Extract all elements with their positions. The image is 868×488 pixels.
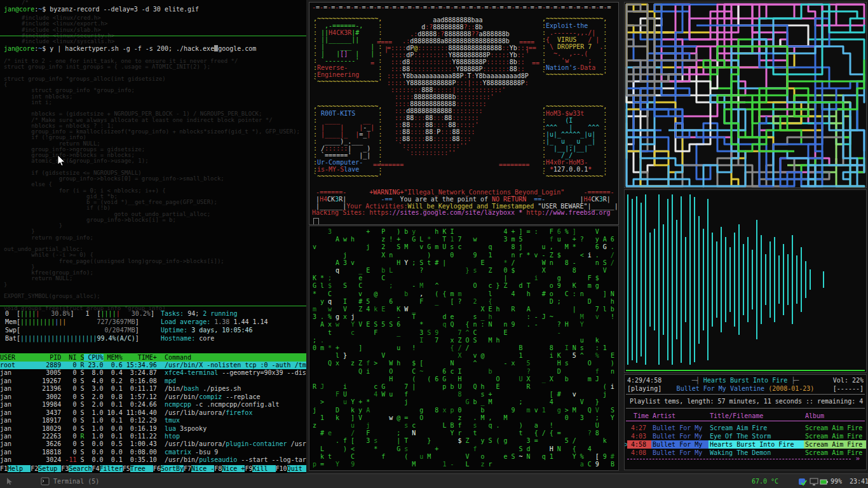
fkey-nice-[interactable]: F7Nice - bbox=[184, 465, 214, 472]
fkey-tree[interactable]: F5Tree bbox=[123, 465, 153, 472]
fkey-help[interactable]: F1Help bbox=[0, 465, 31, 472]
process-row[interactable]: jan 21396 0 S 3.0 0.1 0:11.17 /bin/bash … bbox=[0, 385, 306, 393]
process-row[interactable]: jan 3626 0 S 0.0 0.5 1:00.43 /usr/lib/au… bbox=[0, 440, 306, 448]
cpu-temperature: 67.0 °C bbox=[752, 474, 778, 488]
terminal-left-window[interactable]: /* jan@core:~$ byzanz-record --delay=3 -… bbox=[0, 0, 306, 473]
now-playing-artist-line: Bullet For My Valentine (2008-01-23) bbox=[625, 384, 866, 393]
playlist-scroll-indicator: » bbox=[627, 459, 851, 459]
fkey-search[interactable]: F3Search bbox=[61, 465, 92, 472]
fkey-filter[interactable]: F4Filter bbox=[92, 465, 123, 472]
art-box-home-sweet: ,~~~~~~~~~~~~~~~,:HoM3-$w33t :: (I ::^^^… bbox=[542, 103, 607, 180]
battery-tray-icon[interactable] bbox=[820, 474, 829, 488]
process-row[interactable]: root 2889 0 R 23.0 0.6 15:34.96 /usr/bin… bbox=[0, 362, 306, 369]
divider-magenta bbox=[626, 421, 865, 421]
cmatrix-window[interactable]: 3 + P )by hKI 4+]=: F6%] V Awh z!+ GL* T… bbox=[309, 226, 619, 471]
process-row[interactable]: jan 3002 0 S 2.0 0.8 1:57.12 /usr/bin/co… bbox=[0, 393, 306, 401]
command-hackertyper: y | hackertyper.sh -g -f -s 200; ./hack.… bbox=[50, 45, 214, 52]
shell-prompt-1: jan@core:~$ byzanz-record --delay=3 -d 3… bbox=[4, 5, 199, 13]
process-row[interactable]: jan 3437 0 S 1.0 10.4 11:04.40 /usr/lib/… bbox=[0, 409, 306, 417]
tmux-pane-separator-2 bbox=[0, 306, 306, 306]
process-row[interactable]: jan 22263 0 R 1.0 0.1 0:11.22 htop bbox=[0, 433, 306, 440]
display-tray-icon[interactable] bbox=[810, 474, 818, 488]
htop-summary: Tasks: 94; 2 runningLoad average: 1.38 1… bbox=[161, 309, 268, 342]
art-terminal-cursor bbox=[313, 218, 319, 225]
fkey-kill[interactable]: F9Kill bbox=[245, 465, 275, 472]
fkey-nice-[interactable]: F8Nice + bbox=[214, 465, 245, 472]
visualizer-baseline bbox=[626, 370, 865, 371]
ghost-code-includes: #include <linux/cred.h> #include <linux/… bbox=[22, 15, 114, 44]
playlist-row[interactable]: >4:58Bullet For MyHearts Burst Into Fire… bbox=[625, 440, 866, 449]
playlist-row[interactable]: 4:27Bullet For MyScream Aim FireScream A… bbox=[625, 424, 866, 432]
volume-indicator: Vol: 22% bbox=[833, 376, 864, 384]
process-row[interactable]: jan 3024 -11 S 0.0 0.1 0:35.10 /usr/bin/… bbox=[0, 456, 306, 464]
progress-bar[interactable]: [------] bbox=[833, 384, 864, 393]
hacker-art-window[interactable]: -=-=-=-=-=-=-=-=-=-=-=-=-=-=-=-=-=-=-=-=… bbox=[309, 2, 619, 225]
warning-banner: -======- +WARNING+"Illegal_Network_Conne… bbox=[312, 189, 618, 217]
battery-percentage: 99% bbox=[831, 474, 842, 488]
htop-column-header[interactable]: USER PID NI S CPU% MEM% TIME+ Command bbox=[0, 353, 306, 362]
playlist-status: Playlist tems, length: 57 minutes, 11 se… bbox=[630, 397, 863, 405]
ghost-code-kernel: /* init to 2 - one for init_task, one to… bbox=[4, 58, 300, 311]
art-box-reverse-engineering: ,~~~~~~~~~~~~~~~~,: ,-======-, :: ||H4CK… bbox=[313, 15, 382, 85]
terminal-icon bbox=[41, 474, 50, 488]
pipes-window[interactable] bbox=[624, 2, 867, 188]
process-row[interactable]: jan 19984 0 S 2.0 0.1 0:24.66 ncmpcpp -c… bbox=[0, 401, 306, 409]
taskbar-window-button[interactable]: Terminal (5) bbox=[53, 474, 99, 488]
divider bbox=[626, 408, 865, 409]
fkey-sortby[interactable]: F6SortBy bbox=[153, 465, 184, 472]
tmux-pane-separator bbox=[0, 36, 306, 36]
fkey-setup[interactable]: F2Setup bbox=[31, 465, 61, 472]
ascii-skull: aad8888888baa d:?88888888?::8b .:d8888:?… bbox=[383, 17, 536, 156]
now-playing-artist: Bullet For My Valentine bbox=[677, 385, 764, 392]
updates-tray-icon[interactable] bbox=[798, 474, 807, 488]
audio-visualizer-window[interactable] bbox=[624, 189, 867, 373]
pipes-maze bbox=[625, 3, 866, 187]
art-box-rootkits: ,~~~~~~~~~~~~~~~~,: R00T-KITS :: ____ __… bbox=[313, 103, 382, 180]
htop-meters: 0 [||||| 30.8%] 1 [||||| 30.2%]Mem[|||||… bbox=[5, 309, 154, 342]
playlist-row[interactable]: 4:03Bullet For MyEye Of The StormScream … bbox=[625, 432, 866, 440]
mouse-cursor bbox=[57, 154, 66, 170]
fkey-quit[interactable]: F10Quit bbox=[276, 465, 306, 472]
taskbar: Terminal (5) 67.0 °C 99% 23:41.23 bbox=[0, 473, 868, 488]
command-byzanz: byzanz-record --delay=3 -d 30 elite.gif bbox=[50, 6, 199, 13]
process-row[interactable]: jan 19267 0 S 4.0 0.2 0:16.08 mpd bbox=[0, 377, 306, 385]
shell-prompt-2: jan@core:~$ y | hackertyper.sh -g -f -s … bbox=[4, 44, 256, 53]
music-player-window[interactable]: 4:29/4:58 ─┤ Hearts Burst Into Fire ├─ V… bbox=[624, 374, 867, 470]
art-dashed-border: -=-=-=-=-=-=-=-=-=-=-=-=-=-=-=-=-=-=-=-=… bbox=[312, 4, 611, 11]
now-playing-title-line: ─┤ Hearts Burst Into Fire ├─ bbox=[625, 376, 866, 384]
now-playing-title: Hearts Burst Into Fire bbox=[703, 377, 787, 384]
divider bbox=[626, 394, 865, 395]
now-playing-date: (2008-01-23) bbox=[768, 385, 814, 392]
clock: 23:41.23 bbox=[850, 474, 868, 488]
playlist-row[interactable]: 4:08Bullet For MyWaking The DemonScream … bbox=[625, 449, 866, 457]
process-row[interactable]: jan 3005 0 S 8.0 0.4 3:24.87 xfce4-termi… bbox=[0, 369, 306, 377]
htop-process-list: root 2889 0 R 23.0 0.6 15:34.96 /usr/bin… bbox=[0, 362, 306, 464]
desktop: /* jan@core:~$ byzanz-record --delay=3 -… bbox=[0, 0, 868, 488]
process-row[interactable]: jan 18029 0 S 1.0 0.0 0:16.19 lua 3spook… bbox=[0, 425, 306, 433]
show-desktop-icon[interactable] bbox=[5, 474, 14, 488]
art-box-virus-dropper: ,~~~~~~~~~~~~~~~,:Exploit-the :: .------… bbox=[542, 15, 607, 78]
process-row[interactable]: jan 18917 0 S 1.0 0.1 0:12.29 tmux bbox=[0, 417, 306, 424]
process-row[interactable]: jan 18818 0 S 0.0 0.0 0:08.00 cmatrix -b… bbox=[0, 449, 306, 456]
htop-function-key-bar: F1Help F2Setup F3SearchF4FilterF5Tree F6… bbox=[0, 464, 306, 473]
